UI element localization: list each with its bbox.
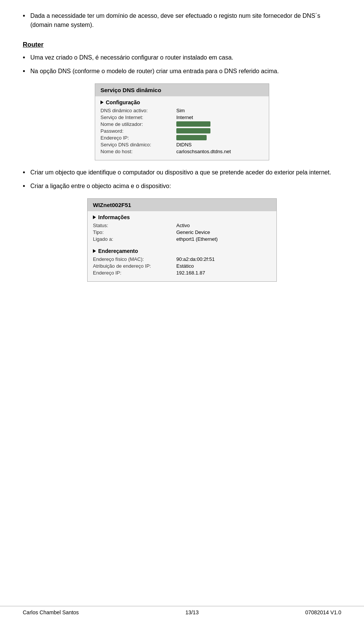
wiznet-row-ip-assign: Atribuição de endereço IP: Estático [93,263,271,269]
dns-box-title: Serviço DNS dinâmico [95,84,269,96]
wiznet-box-title: WIZnet002F51 [88,199,276,211]
wiznet-row-ligado: Ligado a: ethport1 (Ethernet) [93,236,271,242]
bullet-4-text: Criar a ligação entre o objecto acima e … [30,182,171,191]
triangle-icon-3 [93,249,96,253]
wiznet-box-body: Informações Status: Activo Tipo: Generic… [88,211,276,281]
hidden-value-password [176,128,210,133]
dns-row-7: Nome do host: carloschsantos.dtdns.net [100,149,264,154]
bullet-dot-4: • [23,182,30,190]
wiznet-row-ip: Endereço IP: 192.168.1.87 [93,270,271,276]
router-heading: Router [23,41,341,49]
footer: Carlos Chambel Santos 13/13 07082014 V1.… [0,606,364,615]
intro-bullet-text: Dada a necessidade ter um domínio de ace… [30,11,341,30]
bullet-dot: • [23,12,30,20]
triangle-icon-2 [93,215,96,219]
router-bullet-2-text: Na opção DNS (conforme o modelo de route… [30,67,279,76]
dns-row-5: Endereço IP: [100,135,264,141]
router-bullet-1-text: Uma vez criado o DNS, é necessário confi… [30,53,233,62]
hidden-value-username [176,121,210,127]
dns-row-4: Password: [100,128,264,134]
dns-row-6: Serviço DNS dinâmico: DtDNS [100,142,264,148]
footer-page: 13/13 [185,609,199,615]
bullet-3-text: Criar um objecto que identifique o compu… [30,168,331,177]
bullet-3: • Criar um objecto que identifique o com… [23,168,341,177]
wiznet-row-tipo: Tipo: Generic Device [93,229,271,235]
hidden-value-ip [176,135,207,140]
wiznet-row-mac: Endereço físico (MAC): 90:a2:da:00:2f:51 [93,256,271,262]
bullet-dot-3: • [23,169,30,177]
wiznet-box: WIZnet002F51 Informações Status: Activo … [87,198,277,282]
dns-service-box: Serviço DNS dinâmico Configuração DNS di… [95,83,269,160]
wiznet-row-status: Status: Activo [93,223,271,228]
triangle-icon [100,100,104,104]
bullet-dot-1: • [23,54,30,62]
footer-date-version: 07082014 V1.0 [305,609,341,615]
wiznet-subsection-1: Informações [93,214,271,220]
dns-subsection-title: Configuração [100,99,264,105]
bullet-4: • Criar a ligação entre o objecto acima … [23,182,341,191]
intro-bullet-item: • Dada a necessidade ter um domínio de a… [23,11,341,30]
dns-box-body: Configuração DNS dinâmico activo: Sim Se… [95,96,269,160]
router-bullet-2: • Na opção DNS (conforme o modelo de rou… [23,67,341,76]
dns-row-2: Serviço de Internet: Internet [100,115,264,120]
bullet-dot-2: • [23,67,30,75]
dns-row-3: Nome de utilizador: [100,121,264,127]
dns-row-1: DNS dinâmico activo: Sim [100,108,264,113]
footer-author: Carlos Chambel Santos [23,609,79,615]
router-bullet-1: • Uma vez criado o DNS, é necessário con… [23,53,341,62]
wiznet-subsection-2: Endereçamento [93,248,271,254]
